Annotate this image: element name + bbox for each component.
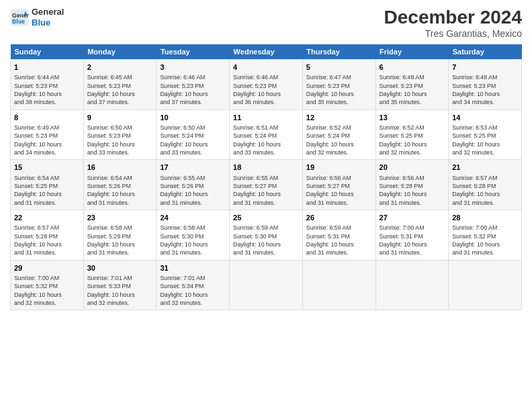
day-info: Sunrise: 6:52 AM Sunset: 5:24 PM Dayligh… xyxy=(306,124,372,156)
day-number: 9 xyxy=(87,113,153,123)
day-info: Sunrise: 6:58 AM Sunset: 5:30 PM Dayligh… xyxy=(160,224,226,257)
day-info: Sunrise: 6:57 AM Sunset: 5:28 PM Dayligh… xyxy=(14,224,80,257)
calendar-cell xyxy=(449,260,522,310)
day-info: Sunrise: 6:54 AM Sunset: 5:25 PM Dayligh… xyxy=(14,174,80,207)
day-info: Sunrise: 7:01 AM Sunset: 5:33 PM Dayligh… xyxy=(87,274,153,307)
day-info: Sunrise: 6:47 AM Sunset: 5:23 PM Dayligh… xyxy=(306,73,372,106)
day-number: 3 xyxy=(160,62,226,73)
day-number: 6 xyxy=(380,62,445,73)
day-info: Sunrise: 6:53 AM Sunset: 5:25 PM Dayligh… xyxy=(452,124,518,156)
day-number: 13 xyxy=(380,113,445,123)
weekday-header-friday: Friday xyxy=(375,44,449,60)
day-number: 25 xyxy=(233,213,299,223)
day-info: Sunrise: 6:59 AM Sunset: 5:30 PM Dayligh… xyxy=(233,224,299,257)
calendar-cell: 17Sunrise: 6:55 AM Sunset: 5:26 PM Dayli… xyxy=(157,160,230,210)
day-info: Sunrise: 6:58 AM Sunset: 5:29 PM Dayligh… xyxy=(87,224,153,257)
day-info: Sunrise: 6:50 AM Sunset: 5:23 PM Dayligh… xyxy=(87,124,153,156)
day-number: 19 xyxy=(306,163,372,173)
calendar-cell: 25Sunrise: 6:59 AM Sunset: 5:30 PM Dayli… xyxy=(230,210,303,260)
calendar-cell: 29Sunrise: 7:00 AM Sunset: 5:32 PM Dayli… xyxy=(11,260,84,310)
calendar-cell: 22Sunrise: 6:57 AM Sunset: 5:28 PM Dayli… xyxy=(11,210,84,260)
day-number: 24 xyxy=(160,213,226,223)
calendar-cell: 5Sunrise: 6:47 AM Sunset: 5:23 PM Daylig… xyxy=(302,60,375,110)
logo: General Blue General Blue xyxy=(10,7,64,28)
day-info: Sunrise: 7:01 AM Sunset: 5:34 PM Dayligh… xyxy=(160,274,226,307)
calendar-cell: 3Sunrise: 6:46 AM Sunset: 5:23 PM Daylig… xyxy=(157,60,230,110)
day-number: 12 xyxy=(306,113,372,123)
day-number: 29 xyxy=(14,263,80,273)
calendar-title: December 2024 xyxy=(384,7,522,28)
logo-text-general: General xyxy=(32,7,64,17)
calendar-cell: 24Sunrise: 6:58 AM Sunset: 5:30 PM Dayli… xyxy=(157,210,230,260)
calendar-week-row: 8Sunrise: 6:49 AM Sunset: 5:23 PM Daylig… xyxy=(11,109,522,160)
calendar-cell: 23Sunrise: 6:58 AM Sunset: 5:29 PM Dayli… xyxy=(83,210,157,260)
day-number: 18 xyxy=(233,163,299,173)
calendar-week-row: 22Sunrise: 6:57 AM Sunset: 5:28 PM Dayli… xyxy=(11,210,522,260)
calendar-cell: 8Sunrise: 6:49 AM Sunset: 5:23 PM Daylig… xyxy=(11,109,84,160)
day-info: Sunrise: 6:56 AM Sunset: 5:28 PM Dayligh… xyxy=(380,174,445,207)
day-number: 30 xyxy=(87,263,153,273)
svg-text:General: General xyxy=(12,12,29,19)
weekday-header-monday: Monday xyxy=(83,44,157,60)
day-number: 1 xyxy=(14,62,80,73)
calendar-week-row: 1Sunrise: 6:44 AM Sunset: 5:23 PM Daylig… xyxy=(11,60,522,110)
day-number: 4 xyxy=(233,62,299,73)
day-number: 22 xyxy=(14,213,80,223)
calendar-subtitle: Tres Garantias, Mexico xyxy=(384,28,522,39)
day-number: 14 xyxy=(452,113,518,123)
day-info: Sunrise: 7:00 AM Sunset: 5:32 PM Dayligh… xyxy=(452,224,518,257)
calendar-cell: 16Sunrise: 6:54 AM Sunset: 5:26 PM Dayli… xyxy=(83,160,157,210)
calendar-cell: 7Sunrise: 6:48 AM Sunset: 5:23 PM Daylig… xyxy=(449,60,522,110)
day-number: 27 xyxy=(380,213,445,223)
logo-text-blue: Blue xyxy=(32,17,64,28)
day-info: Sunrise: 6:46 AM Sunset: 5:23 PM Dayligh… xyxy=(160,73,226,106)
calendar-cell: 11Sunrise: 6:51 AM Sunset: 5:24 PM Dayli… xyxy=(230,109,303,160)
day-info: Sunrise: 7:00 AM Sunset: 5:31 PM Dayligh… xyxy=(380,224,445,257)
day-info: Sunrise: 6:49 AM Sunset: 5:23 PM Dayligh… xyxy=(14,124,80,156)
calendar-cell: 15Sunrise: 6:54 AM Sunset: 5:25 PM Dayli… xyxy=(11,160,84,210)
calendar-cell: 10Sunrise: 6:50 AM Sunset: 5:24 PM Dayli… xyxy=(157,109,230,160)
day-info: Sunrise: 6:57 AM Sunset: 5:28 PM Dayligh… xyxy=(452,174,518,207)
weekday-header-wednesday: Wednesday xyxy=(230,44,303,60)
day-info: Sunrise: 6:45 AM Sunset: 5:23 PM Dayligh… xyxy=(87,73,153,106)
day-info: Sunrise: 6:54 AM Sunset: 5:26 PM Dayligh… xyxy=(87,174,153,207)
day-info: Sunrise: 6:52 AM Sunset: 5:25 PM Dayligh… xyxy=(380,124,445,156)
calendar-week-row: 15Sunrise: 6:54 AM Sunset: 5:25 PM Dayli… xyxy=(11,160,522,210)
day-number: 11 xyxy=(233,113,299,123)
day-number: 10 xyxy=(160,113,226,123)
day-info: Sunrise: 6:51 AM Sunset: 5:24 PM Dayligh… xyxy=(233,124,299,156)
day-info: Sunrise: 6:59 AM Sunset: 5:31 PM Dayligh… xyxy=(306,224,372,257)
calendar-cell: 14Sunrise: 6:53 AM Sunset: 5:25 PM Dayli… xyxy=(449,109,522,160)
day-info: Sunrise: 6:55 AM Sunset: 5:26 PM Dayligh… xyxy=(160,174,226,207)
calendar-cell: 26Sunrise: 6:59 AM Sunset: 5:31 PM Dayli… xyxy=(302,210,375,260)
calendar-cell xyxy=(375,260,449,310)
day-number: 15 xyxy=(14,163,80,173)
calendar-table: SundayMondayTuesdayWednesdayThursdayFrid… xyxy=(10,44,522,310)
weekday-header-tuesday: Tuesday xyxy=(157,44,230,60)
calendar-cell xyxy=(302,260,375,310)
weekday-header-sunday: Sunday xyxy=(11,44,84,60)
calendar-cell: 30Sunrise: 7:01 AM Sunset: 5:33 PM Dayli… xyxy=(83,260,157,310)
day-info: Sunrise: 6:44 AM Sunset: 5:23 PM Dayligh… xyxy=(14,73,80,106)
weekday-header-saturday: Saturday xyxy=(449,44,522,60)
calendar-cell: 28Sunrise: 7:00 AM Sunset: 5:32 PM Dayli… xyxy=(449,210,522,260)
logo-icon: General Blue xyxy=(10,8,29,27)
calendar-cell: 9Sunrise: 6:50 AM Sunset: 5:23 PM Daylig… xyxy=(83,109,157,160)
day-info: Sunrise: 6:55 AM Sunset: 5:27 PM Dayligh… xyxy=(233,174,299,207)
calendar-cell: 21Sunrise: 6:57 AM Sunset: 5:28 PM Dayli… xyxy=(449,160,522,210)
calendar-header-row: SundayMondayTuesdayWednesdayThursdayFrid… xyxy=(11,44,522,60)
day-number: 23 xyxy=(87,213,153,223)
day-number: 5 xyxy=(306,62,372,73)
day-info: Sunrise: 6:56 AM Sunset: 5:27 PM Dayligh… xyxy=(306,174,372,207)
calendar-cell: 6Sunrise: 6:48 AM Sunset: 5:23 PM Daylig… xyxy=(375,60,449,110)
day-number: 2 xyxy=(87,62,153,73)
day-info: Sunrise: 6:48 AM Sunset: 5:23 PM Dayligh… xyxy=(452,73,518,106)
day-info: Sunrise: 7:00 AM Sunset: 5:32 PM Dayligh… xyxy=(14,274,80,307)
day-number: 16 xyxy=(87,163,153,173)
day-number: 17 xyxy=(160,163,226,173)
day-number: 20 xyxy=(380,163,445,173)
day-info: Sunrise: 6:48 AM Sunset: 5:23 PM Dayligh… xyxy=(380,73,445,106)
day-number: 31 xyxy=(160,263,226,273)
calendar-cell: 27Sunrise: 7:00 AM Sunset: 5:31 PM Dayli… xyxy=(375,210,449,260)
header: General Blue General Blue December 2024 … xyxy=(10,7,522,39)
